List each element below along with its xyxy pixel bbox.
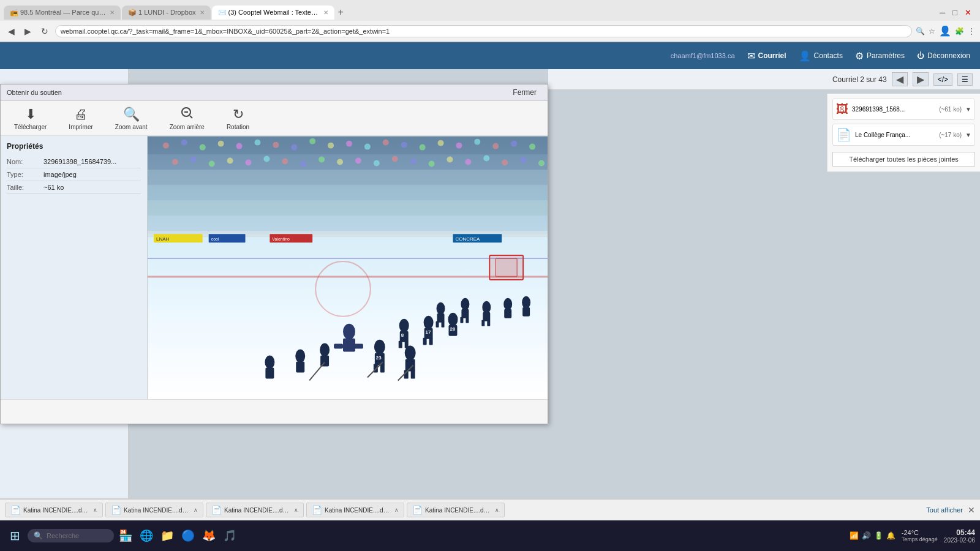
svg-point-47: [465, 159, 471, 165]
taskbar-app-icon[interactable]: 🎵: [221, 529, 239, 542]
show-all-downloads-button[interactable]: Tout afficher: [926, 506, 963, 514]
taskbar-chrome-icon[interactable]: 🌐: [137, 529, 156, 542]
dl-chevron-3[interactable]: ∧: [294, 507, 298, 513]
start-button[interactable]: ⊞: [5, 526, 25, 545]
dl-chevron-2[interactable]: ∧: [194, 507, 198, 513]
svg-point-35: [246, 160, 252, 166]
attachment1-dropdown-icon[interactable]: ▼: [965, 106, 971, 113]
reload-button[interactable]: ↻: [38, 25, 51, 37]
svg-rect-103: [405, 359, 415, 372]
attachment2-dropdown-icon[interactable]: ▼: [965, 132, 971, 138]
download-item-4[interactable]: 📄 Katina INCENDIE....docx ∧: [306, 503, 404, 517]
taskbar-explorer-icon[interactable]: 📁: [158, 529, 176, 542]
address-input[interactable]: [55, 25, 912, 37]
contacts-nav-button[interactable]: 👤 Contacts: [799, 50, 843, 62]
docx-icon-4: 📄: [312, 505, 322, 515]
download-item-5[interactable]: 📄 Katina INCENDIE....docx ∧: [407, 503, 505, 517]
maximize-button[interactable]: □: [952, 8, 957, 17]
tab-2[interactable]: 📦 1 LUNDI - Dropbox ✕: [122, 6, 211, 20]
taskbar-search-box[interactable]: 🔍: [28, 529, 114, 542]
attachment1-name: 329691398_1568...: [852, 106, 935, 113]
props-label-name: Nom:: [7, 158, 43, 165]
bookmark-star-icon[interactable]: ☆: [929, 27, 935, 36]
svg-point-43: [392, 156, 398, 162]
download-item-3[interactable]: 📄 Katina INCENDIE....docx ∧: [206, 503, 304, 517]
minimize-button[interactable]: ─: [940, 8, 945, 17]
svg-point-51: [538, 160, 545, 167]
back-button[interactable]: ◀: [5, 25, 18, 37]
image-viewer: Obtenir du soutien Fermer ⬇ Télécharger …: [0, 84, 548, 424]
viewer-close-button[interactable]: Fermer: [508, 87, 541, 98]
list-view-button[interactable]: ☰: [957, 73, 973, 86]
props-value-name: 329691398_15684739...: [43, 158, 141, 165]
view-source-button[interactable]: </>: [933, 73, 952, 86]
battery-icon[interactable]: 🔋: [874, 531, 883, 540]
close-window-button[interactable]: ✕: [965, 8, 971, 17]
svg-text:Valentino: Valentino: [272, 237, 290, 241]
taskbar-store-icon[interactable]: 🏪: [116, 529, 135, 542]
svg-point-76: [482, 301, 491, 313]
svg-text:17: 17: [426, 329, 431, 335]
attachment-1[interactable]: 🖼 329691398_1568... (~61 ko) ▼: [832, 99, 975, 120]
zoom-in-button[interactable]: 🔍 Zoom avant: [111, 105, 151, 132]
svg-rect-73: [461, 309, 469, 318]
close-download-bar-button[interactable]: ✕: [968, 505, 975, 515]
browser-chrome: 📻 98.5 Montréal — Parce que... ✕ 📦 1 LUN…: [0, 0, 980, 42]
taskbar-firefox-icon[interactable]: 🦊: [200, 529, 218, 542]
courriel-nav-button[interactable]: ✉ Courriel: [747, 50, 786, 62]
dl-chevron-5[interactable]: ∧: [495, 507, 499, 513]
dl-chevron-1[interactable]: ∧: [93, 507, 97, 513]
logout-button[interactable]: ⏻ Déconnexion: [917, 51, 970, 60]
taskbar-search-input[interactable]: [47, 532, 108, 539]
weather-temp: -24°C: [902, 529, 938, 536]
tab1-close-icon[interactable]: ✕: [110, 9, 115, 16]
user-email: chaamf1@fm1033.ca: [671, 52, 735, 59]
tab-1[interactable]: 📻 98.5 Montréal — Parce que... ✕: [4, 6, 121, 20]
weather-info: -24°C Temps dégagé: [902, 529, 938, 542]
viewer-footer: [1, 399, 548, 424]
new-tab-button[interactable]: +: [336, 7, 346, 18]
rotation-button[interactable]: ↻ Rotation: [223, 105, 253, 132]
prev-email-button[interactable]: ◀: [892, 72, 908, 86]
print-button[interactable]: 🖨 Imprimer: [65, 105, 96, 132]
dl-filename-1: Katina INCENDIE....docx: [23, 507, 91, 514]
menu-icon[interactable]: ⋮: [968, 27, 975, 36]
svg-point-27: [474, 139, 480, 145]
download-bar: 📄 Katina INCENDIE....docx ∧ 📄 Katina INC…: [0, 498, 980, 520]
svg-point-11: [181, 140, 187, 146]
svg-rect-108: [334, 344, 343, 349]
attachment-2[interactable]: 📄 Le Collège França... (~17 ko) ▼: [832, 124, 975, 146]
network-icon[interactable]: 📶: [850, 531, 859, 540]
courriel-label: Courriel: [758, 51, 786, 60]
svg-rect-71: [442, 321, 445, 328]
volume-icon[interactable]: 🔊: [862, 531, 871, 540]
props-row-type: Type: image/jpeg: [7, 168, 141, 181]
download-item-2[interactable]: 📄 Katina INCENDIE....docx ∧: [105, 503, 203, 517]
extensions-icon[interactable]: 🧩: [955, 27, 964, 36]
taskbar-time[interactable]: 05:44 2023-02-06: [944, 528, 975, 544]
dl-filename-4: Katina INCENDIE....docx: [325, 507, 392, 514]
download-all-button[interactable]: Télécharger toutes les pièces jointes: [832, 152, 975, 167]
parametres-nav-button[interactable]: ⚙ Paramètres: [855, 50, 905, 62]
zoom-out-button[interactable]: Zoom arrière: [166, 105, 208, 132]
docx-icon-1: 📄: [10, 505, 21, 515]
taskbar-edge-icon[interactable]: 🔵: [179, 529, 197, 542]
webmail-header-right: chaamf1@fm1033.ca ✉ Courriel 👤 Contacts …: [671, 50, 970, 62]
dl-chevron-4[interactable]: ∧: [394, 507, 399, 513]
tab1-favicon: 📻: [10, 9, 18, 17]
svg-rect-75: [466, 317, 469, 323]
notification-icon[interactable]: 🔔: [886, 531, 895, 540]
svg-point-50: [520, 157, 526, 163]
svg-point-19: [328, 143, 334, 149]
tab-3[interactable]: ✉️ (3) Cooptel Webmail : Texte vict... ✕: [212, 6, 334, 20]
svg-point-20: [346, 141, 352, 147]
next-email-button[interactable]: ▶: [913, 72, 929, 86]
svg-point-42: [374, 160, 380, 167]
profile-icon[interactable]: 👤: [939, 25, 951, 37]
forward-button[interactable]: ▶: [21, 25, 34, 37]
download-button[interactable]: ⬇ Télécharger: [10, 105, 50, 132]
svg-rect-7: [148, 185, 548, 200]
tab3-close-icon[interactable]: ✕: [323, 9, 328, 16]
download-item-1[interactable]: 📄 Katina INCENDIE....docx ∧: [5, 503, 103, 517]
tab2-close-icon[interactable]: ✕: [200, 9, 205, 16]
